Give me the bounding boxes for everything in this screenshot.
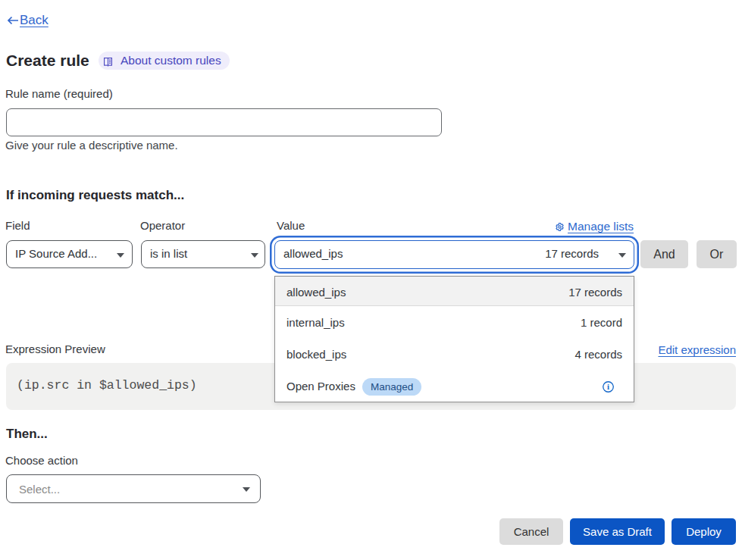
svg-text:i: i <box>607 382 609 391</box>
